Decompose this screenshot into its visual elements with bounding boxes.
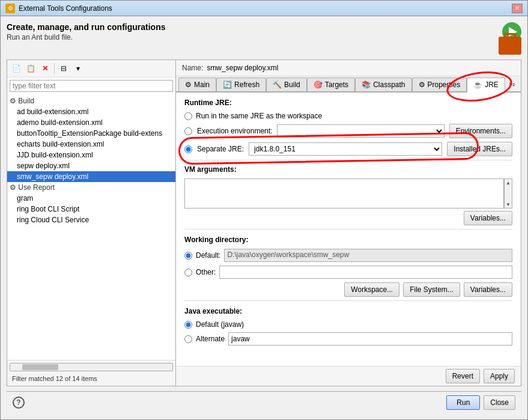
list-item[interactable]: echarts build-extension.xml	[7, 139, 175, 150]
default-javaw-row: Default (javaw)	[184, 320, 512, 329]
tabs-row: ⚙ Main 🔄 Refresh 🔨 Build 🎯 Targets	[176, 76, 521, 93]
dropdown-button[interactable]: ▾	[71, 62, 85, 75]
default-javaw-radio[interactable]	[184, 321, 192, 329]
tab-jre[interactable]: ☕ JRE	[467, 78, 505, 93]
separate-jre-radio[interactable]	[184, 145, 192, 153]
build-tab-icon: 🔨	[273, 81, 282, 89]
run-button[interactable]: Run	[446, 395, 480, 410]
main-tab-icon: ⚙	[185, 81, 192, 89]
header-subtitle: Run an Ant build file.	[7, 33, 166, 41]
list-item[interactable]: buttonTooltip_ExtensionPackage build-ext…	[7, 128, 175, 139]
tab-main[interactable]: ⚙ Main	[178, 78, 216, 91]
delete-config-button[interactable]: ✕	[38, 62, 52, 75]
window-close-button[interactable]: ✕	[512, 4, 523, 13]
exec-env-select[interactable]	[277, 124, 444, 138]
same-jre-row: Run in the same JRE as the workspace	[184, 112, 512, 120]
refresh-tab-icon: 🔄	[223, 81, 232, 89]
default-dir-radio[interactable]	[184, 252, 192, 260]
vm-textarea-wrapper: ▲ ▼	[184, 178, 512, 208]
same-jre-radio[interactable]	[184, 112, 192, 120]
apply-row: Revert Apply	[176, 366, 521, 386]
other-dir-row: Other:	[184, 266, 512, 279]
window-icon: ⚙	[5, 4, 15, 13]
default-path-display: D:\java\oxygen\workspace\smw_sepw	[224, 249, 512, 262]
collapse-all-button[interactable]: ⊟	[57, 62, 70, 75]
list-item[interactable]: sepw deploy.xml	[7, 160, 175, 171]
other-dir-input[interactable]	[219, 266, 512, 279]
header-icon-group	[485, 22, 521, 55]
horizontal-scrollbar[interactable]	[10, 363, 173, 371]
scrollbar-thumb	[22, 364, 58, 370]
alternate-exec-radio[interactable]	[184, 335, 192, 343]
other-dir-label: Other:	[196, 268, 216, 276]
title-bar-left: ⚙ External Tools Configurations	[5, 4, 112, 13]
runtime-jre-title: Runtime JRE:	[184, 99, 512, 107]
new-config-button[interactable]: 📄	[10, 62, 23, 75]
help-button[interactable]: ?	[13, 397, 25, 409]
vm-arguments-section: VM arguments: ▲ ▼ Variables...	[184, 165, 512, 225]
close-button[interactable]: Close	[484, 395, 515, 410]
window-title: External Tools Configurations	[19, 4, 112, 13]
list-item[interactable]: smw_sepw deploy.xml	[7, 171, 175, 182]
classpath-tab-label: Classpath	[373, 81, 405, 89]
vm-scrollbar: ▲ ▼	[504, 178, 512, 208]
jre-tab-icon: ☕	[473, 81, 482, 89]
bottom-bar: ? Run Close	[7, 391, 521, 413]
classpath-tab-icon: 📚	[362, 81, 371, 89]
tab-targets[interactable]: 🎯 Targets	[307, 78, 355, 91]
properties-tab-label: Properties	[428, 81, 461, 89]
copy-config-button[interactable]: 📋	[24, 62, 37, 75]
tab-refresh[interactable]: 🔄 Refresh	[216, 78, 266, 91]
filter-status: Filter matched 12 of 14 items	[10, 374, 173, 383]
bottom-right-buttons: Run Close	[446, 395, 515, 410]
list-item[interactable]: ring Cloud CLI Service	[7, 215, 175, 225]
list-item[interactable]: ring Boot CLI Script	[7, 204, 175, 215]
list-item[interactable]: JJD build-extension.xml	[7, 150, 175, 160]
workspace-button[interactable]: Workspace...	[344, 282, 399, 297]
scroll-down-arrow[interactable]: ▼	[505, 201, 512, 208]
jre-tab-label: JRE	[485, 81, 499, 89]
toolbar-dropdown[interactable]: ▾	[71, 62, 85, 75]
list-item[interactable]: ⚙ Use Report	[7, 182, 175, 193]
vm-variables-button[interactable]: Variables...	[464, 211, 512, 225]
apply-button[interactable]: Apply	[484, 369, 515, 383]
tab-properties[interactable]: ⚙ Properties	[412, 78, 467, 91]
filter-input[interactable]	[10, 80, 173, 92]
divider-3	[184, 300, 512, 301]
right-panel: Name: smw_sepw deploy.xml ⚙ Main 🔄 Refre…	[176, 60, 521, 386]
alternate-label: Alternate	[196, 335, 225, 343]
build-tab-label: Build	[284, 81, 300, 89]
file-system-button[interactable]: File System...	[403, 282, 460, 297]
list-item[interactable]: ademo build-extension.xml	[7, 117, 175, 128]
name-value: smw_sepw deploy.xml	[207, 64, 278, 72]
variables-btn-row: Variables...	[184, 211, 512, 225]
scroll-up-arrow[interactable]: ▲	[505, 179, 512, 186]
revert-button[interactable]: Revert	[446, 369, 480, 383]
toolbar-separator	[54, 63, 55, 74]
refresh-tab-label: Refresh	[234, 81, 259, 89]
separate-jre-row: Separate JRE: jdk1.8.0_151 Installed JRE…	[184, 142, 512, 156]
exec-env-radio[interactable]	[184, 127, 192, 135]
alternate-input[interactable]	[228, 332, 512, 345]
working-dir-label: Working directory:	[184, 236, 512, 244]
other-dir-radio[interactable]	[184, 269, 192, 276]
environments-button[interactable]: Environments...	[449, 124, 512, 138]
separate-jre-select[interactable]: jdk1.8.0_151	[249, 142, 442, 156]
list-item[interactable]: ⚙ Build	[7, 96, 175, 106]
working-dir-btn-row: Workspace... File System... Variables...	[184, 282, 512, 297]
tree-list: ⚙ Build ad build-extension.xml ademo bui…	[7, 94, 175, 360]
default-dir-label: Default:	[196, 251, 220, 260]
tab-content-jre: Runtime JRE: Run in the same JRE as the …	[176, 93, 521, 366]
list-item[interactable]: ad build-extension.xml	[7, 106, 175, 117]
toolbar: 📄 📋 ✕ ⊟ ▾	[7, 60, 175, 78]
variables-wd-button[interactable]: Variables...	[464, 282, 512, 297]
tab-classpath[interactable]: 📚 Classpath	[355, 78, 411, 91]
tab-build[interactable]: 🔨 Build	[266, 78, 307, 91]
scrollbar-row	[10, 363, 173, 371]
targets-tab-label: Targets	[325, 81, 348, 89]
installed-jres-button[interactable]: Installed JREs...	[447, 142, 512, 156]
tabs-overflow[interactable]: »₂	[505, 78, 518, 90]
header-section: Create, manage, and run configurations R…	[7, 22, 521, 55]
vm-arguments-textarea[interactable]	[184, 178, 504, 208]
list-item[interactable]: gram	[7, 193, 175, 204]
